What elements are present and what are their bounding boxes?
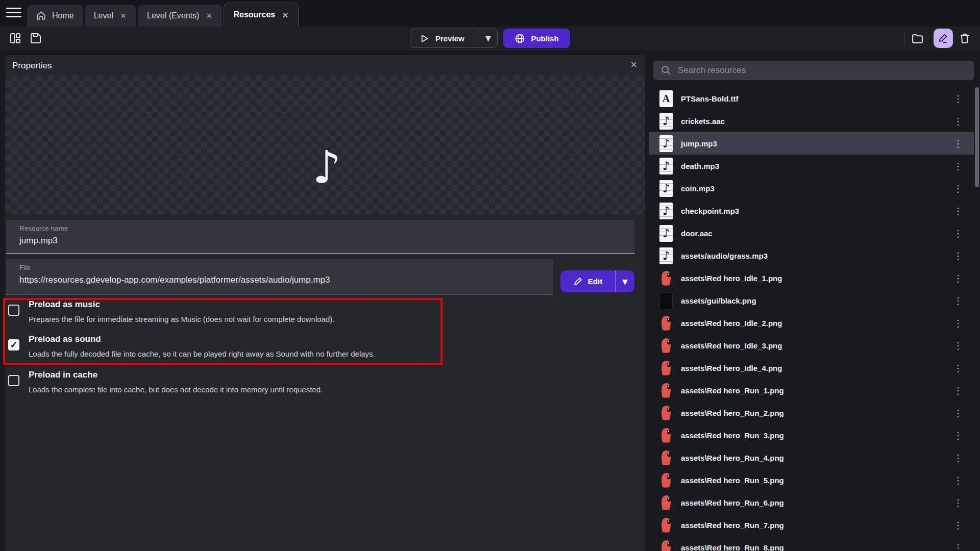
kebab-menu-icon[interactable] [953, 475, 963, 486]
preload-as-sound-checkbox[interactable] [8, 339, 19, 350]
tab-label: Home [52, 11, 74, 20]
audio-note-icon: ♪ [291, 135, 362, 198]
globe-icon [514, 33, 525, 44]
kebab-menu-icon[interactable] [953, 295, 963, 306]
kebab-menu-icon[interactable] [953, 228, 963, 239]
sprite-image-icon [659, 382, 673, 399]
resource-list-item[interactable]: ♪checkpoint.mp3 [649, 199, 974, 222]
close-icon[interactable] [205, 11, 213, 20]
resource-list-item[interactable]: ♪coin.mp3 [649, 177, 974, 199]
resource-list-item[interactable]: assets\Red hero_Run_2.png [649, 402, 974, 424]
kebab-menu-icon[interactable] [953, 206, 963, 216]
close-icon[interactable] [281, 10, 289, 20]
audio-file-icon: ♪ [659, 113, 673, 130]
edit-button-group: Edit ▼ [560, 270, 634, 292]
resource-list-item[interactable]: assets\Red hero_Idle_4.png [649, 357, 974, 379]
resource-list-item[interactable]: ♪jump.mp3 [649, 132, 974, 155]
field-value: jump.mp3 [19, 236, 58, 246]
project-manager-button[interactable] [8, 31, 22, 45]
audio-file-icon: ♪ [659, 247, 673, 264]
kebab-menu-icon[interactable] [953, 318, 963, 329]
search-input[interactable] [672, 65, 974, 76]
panel-title: Properties [12, 61, 52, 71]
resource-list-item[interactable]: assets\Red hero_Run_5.png [649, 469, 974, 491]
resource-list-item[interactable]: APTSans-Bold.ttf [649, 87, 974, 110]
delete-button[interactable] [958, 31, 972, 45]
tab-home[interactable]: Home [27, 5, 83, 27]
save-button[interactable] [29, 31, 43, 45]
sprite-image-icon [659, 360, 673, 377]
field-value: https://resources.gdevelop-app.com/examp… [19, 275, 330, 285]
kebab-menu-icon[interactable] [953, 138, 963, 149]
resource-list-item[interactable]: assets\Red hero_Run_7.png [649, 514, 974, 536]
layout-icon [9, 32, 21, 44]
kebab-menu-icon[interactable] [953, 363, 963, 373]
resource-name-label: PTSans-Bold.ttf [681, 94, 739, 103]
resource-name-label: assets\Red hero_Idle_2.png [681, 319, 782, 328]
resource-list-item[interactable]: ♪assets/audio/grass.mp3 [649, 244, 974, 267]
play-icon [420, 34, 429, 43]
tab-resources[interactable]: Resources [224, 3, 299, 27]
toolbar-divider [904, 32, 905, 45]
resource-list-item[interactable]: assets\Red hero_Run_4.png [649, 446, 974, 469]
resource-list-item[interactable]: assets\Red hero_Idle_2.png [649, 312, 974, 334]
option-label: Preload as sound [29, 334, 375, 345]
edit-button[interactable]: Edit [560, 270, 615, 292]
kebab-menu-icon[interactable] [953, 542, 963, 551]
preload-in-cache-checkbox[interactable] [8, 375, 19, 386]
kebab-menu-icon[interactable] [953, 520, 963, 531]
audio-file-icon: ♪ [659, 158, 673, 174]
resource-name-label: assets\Red hero_Run_2.png [681, 409, 784, 417]
sprite-image-icon [659, 337, 673, 354]
kebab-menu-icon[interactable] [953, 183, 963, 194]
sprite-image-icon [659, 494, 673, 511]
resource-list-item[interactable]: assets\Red hero_Run_3.png [649, 424, 974, 446]
preview-button[interactable]: Preview [410, 29, 479, 47]
tab-level[interactable]: Level [85, 5, 136, 27]
resource-list-item[interactable]: assets\Red hero_Run_1.png [649, 379, 974, 402]
resource-list-item[interactable]: ♪door.aac [649, 222, 974, 244]
tab-level-events[interactable]: Level (Events) [138, 5, 222, 27]
menu-icon[interactable] [6, 8, 21, 19]
scrollbar-thumb[interactable] [975, 87, 979, 187]
kebab-menu-icon[interactable] [953, 161, 963, 171]
resource-name-label: assets\Red hero_Run_7.png [681, 521, 784, 530]
preload-as-sound-row: Preload as sound Loads the fully decoded… [8, 334, 375, 359]
close-icon[interactable] [119, 11, 127, 20]
resource-list-item[interactable]: ♪death.mp3 [649, 155, 974, 177]
edit-mode-button[interactable] [934, 29, 953, 48]
file-field[interactable]: File https://resources.gdevelop-app.com/… [6, 259, 553, 294]
kebab-menu-icon[interactable] [953, 408, 963, 418]
kebab-menu-icon[interactable] [953, 497, 963, 508]
kebab-menu-icon[interactable] [953, 93, 963, 104]
resource-list-item[interactable]: assets\Red hero_Idle_3.png [649, 334, 974, 357]
resource-name-label: assets\Red hero_Idle_1.png [681, 274, 782, 283]
kebab-menu-icon[interactable] [953, 340, 963, 351]
preview-options-button[interactable]: ▼ [479, 29, 497, 47]
resource-name-label: assets\Red hero_Run_6.png [681, 498, 784, 507]
preview-button-group: Preview ▼ [410, 29, 498, 48]
resource-list-item[interactable]: assets/gui/black.png [649, 289, 974, 312]
font-file-icon: A [659, 90, 673, 107]
preload-as-music-checkbox[interactable] [8, 305, 19, 316]
kebab-menu-icon[interactable] [953, 430, 963, 441]
resource-name-field[interactable]: Resource name jump.mp3 [6, 220, 634, 254]
resource-name-label: assets\Red hero_Run_1.png [681, 386, 784, 395]
kebab-menu-icon[interactable] [953, 453, 963, 463]
open-folder-button[interactable] [910, 31, 924, 45]
resource-list-item[interactable]: ♪crickets.aac [649, 110, 974, 132]
gdevelop-window: Home Level Level (Events) Resources [0, 0, 980, 551]
resource-list-item[interactable]: assets\Red hero_Run_8.png [649, 536, 974, 551]
kebab-menu-icon[interactable] [953, 385, 963, 396]
option-description: Loads the fully decoded file into cache,… [29, 349, 375, 359]
close-panel-icon[interactable] [630, 58, 637, 71]
kebab-menu-icon[interactable] [953, 273, 963, 284]
sprite-image-icon [659, 315, 673, 332]
kebab-menu-icon[interactable] [953, 251, 963, 261]
kebab-menu-icon[interactable] [953, 116, 963, 127]
resource-name-label: jump.mp3 [681, 139, 717, 148]
edit-options-button[interactable]: ▼ [615, 270, 634, 292]
resource-list-item[interactable]: assets\Red hero_Run_6.png [649, 491, 974, 514]
publish-button[interactable]: Publish [503, 29, 570, 48]
resource-list-item[interactable]: assets\Red hero_Idle_1.png [649, 267, 974, 289]
